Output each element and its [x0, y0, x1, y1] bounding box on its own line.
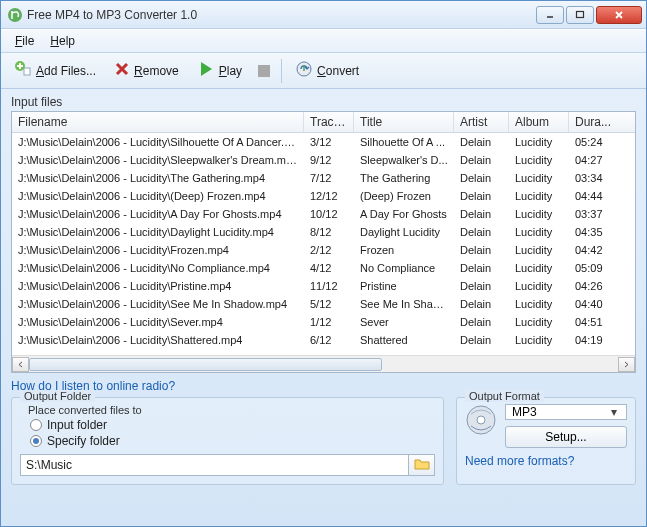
table-cell: 4/12 — [304, 261, 354, 275]
remove-icon — [114, 61, 130, 80]
table-row[interactable]: J:\Music\Delain\2006 - Lucidity\A Day Fo… — [12, 205, 635, 223]
setup-label: Setup... — [545, 430, 586, 444]
table-body: J:\Music\Delain\2006 - Lucidity\Silhouet… — [12, 133, 635, 355]
format-selected: MP3 — [512, 405, 537, 419]
table-cell: J:\Music\Delain\2006 - Lucidity\Daylight… — [12, 225, 304, 239]
col-track[interactable]: Track # — [304, 112, 354, 132]
scroll-thumb[interactable] — [29, 358, 382, 371]
table-cell: Lucidity — [509, 189, 569, 203]
table-row[interactable]: J:\Music\Delain\2006 - Lucidity\Daylight… — [12, 223, 635, 241]
table-cell: J:\Music\Delain\2006 - Lucidity\See Me I… — [12, 297, 304, 311]
table-row[interactable]: J:\Music\Delain\2006 - Lucidity\The Gath… — [12, 169, 635, 187]
table-row[interactable]: J:\Music\Delain\2006 - Lucidity\(Deep) F… — [12, 187, 635, 205]
table-cell: 04:42 — [569, 243, 619, 257]
browse-button[interactable] — [409, 454, 435, 476]
table-cell: 11/12 — [304, 279, 354, 293]
input-files-label: Input files — [11, 95, 636, 109]
table-row[interactable]: J:\Music\Delain\2006 - Lucidity\No Compl… — [12, 259, 635, 277]
input-files-table[interactable]: Filename Track # Title Artist Album Dura… — [11, 111, 636, 373]
play-button[interactable]: Play — [190, 57, 249, 85]
table-cell: 05:09 — [569, 261, 619, 275]
content-area: Input files Filename Track # Title Artis… — [1, 89, 646, 526]
table-row[interactable]: J:\Music\Delain\2006 - Lucidity\Sleepwal… — [12, 151, 635, 169]
table-cell: 04:26 — [569, 279, 619, 293]
play-label: Play — [219, 64, 242, 78]
table-row[interactable]: J:\Music\Delain\2006 - Lucidity\Frozen.m… — [12, 241, 635, 259]
minimize-button[interactable] — [536, 6, 564, 24]
table-cell: J:\Music\Delain\2006 - Lucidity\Frozen.m… — [12, 243, 304, 257]
table-cell: 6/12 — [304, 333, 354, 347]
table-row[interactable]: J:\Music\Delain\2006 - Lucidity\Shattere… — [12, 331, 635, 349]
table-row[interactable]: J:\Music\Delain\2006 - Lucidity\Sever.mp… — [12, 313, 635, 331]
place-converted-label: Place converted files to — [28, 404, 435, 416]
table-cell: J:\Music\Delain\2006 - Lucidity\A Day Fo… — [12, 207, 304, 221]
scroll-track[interactable] — [29, 357, 618, 372]
table-cell: 03:34 — [569, 171, 619, 185]
remove-button[interactable]: Remove — [107, 57, 186, 85]
more-formats-link[interactable]: Need more formats? — [465, 454, 627, 468]
maximize-button[interactable] — [566, 6, 594, 24]
format-controls: MP3 ▾ Setup... — [505, 404, 627, 448]
table-cell: Delain — [454, 243, 509, 257]
table-cell: Delain — [454, 189, 509, 203]
table-cell: 10/12 — [304, 207, 354, 221]
col-title[interactable]: Title — [354, 112, 454, 132]
scroll-left-button[interactable] — [12, 357, 29, 372]
table-cell: Lucidity — [509, 315, 569, 329]
radio-input-folder[interactable]: Input folder — [30, 418, 435, 432]
format-row: MP3 ▾ Setup... — [465, 404, 627, 448]
scroll-right-button[interactable] — [618, 357, 635, 372]
table-cell: Pristine — [354, 279, 454, 293]
titlebar[interactable]: Free MP4 to MP3 Converter 1.0 — [1, 1, 646, 29]
svg-rect-4 — [24, 68, 30, 75]
table-cell: Frozen — [354, 243, 454, 257]
add-files-button[interactable]: Add Files... — [7, 57, 103, 85]
menu-help[interactable]: Help — [42, 31, 83, 51]
table-cell: Delain — [454, 225, 509, 239]
col-duration[interactable]: Dura... — [569, 112, 619, 132]
table-cell: Delain — [454, 261, 509, 275]
horizontal-scrollbar[interactable] — [12, 355, 635, 372]
table-row[interactable]: J:\Music\Delain\2006 - Lucidity\Silhouet… — [12, 133, 635, 151]
col-artist[interactable]: Artist — [454, 112, 509, 132]
table-cell: Delain — [454, 333, 509, 347]
table-cell: Shattered — [354, 333, 454, 347]
table-row[interactable]: J:\Music\Delain\2006 - Lucidity\See Me I… — [12, 295, 635, 313]
table-cell: 12/12 — [304, 189, 354, 203]
table-cell: J:\Music\Delain\2006 - Lucidity\Sleepwal… — [12, 153, 304, 167]
svg-point-7 — [477, 416, 485, 424]
radio-specify-folder-label: Specify folder — [47, 434, 120, 448]
col-album[interactable]: Album — [509, 112, 569, 132]
svg-rect-2 — [577, 11, 584, 17]
table-cell: 04:27 — [569, 153, 619, 167]
setup-button[interactable]: Setup... — [505, 426, 627, 448]
table-cell: 03:37 — [569, 207, 619, 221]
bottom-row: Output Folder Place converted files to I… — [11, 397, 636, 485]
table-cell: 04:44 — [569, 189, 619, 203]
table-cell: Lucidity — [509, 243, 569, 257]
convert-button[interactable]: Convert — [288, 57, 366, 85]
radio-specify-folder[interactable]: Specify folder — [30, 434, 435, 448]
window-controls — [536, 6, 642, 24]
table-cell: 3/12 — [304, 135, 354, 149]
toolbar: Add Files... Remove Play Convert — [1, 53, 646, 89]
table-cell: Delain — [454, 207, 509, 221]
table-cell: J:\Music\Delain\2006 - Lucidity\Silhouet… — [12, 135, 304, 149]
chevron-down-icon: ▾ — [606, 405, 622, 419]
stop-button[interactable] — [253, 57, 275, 85]
close-button[interactable] — [596, 6, 642, 24]
table-cell: Delain — [454, 171, 509, 185]
table-cell: 2/12 — [304, 243, 354, 257]
output-format-legend: Output Format — [465, 390, 544, 402]
col-filename[interactable]: Filename — [12, 112, 304, 132]
format-select[interactable]: MP3 ▾ — [505, 404, 627, 420]
table-cell: Lucidity — [509, 171, 569, 185]
table-row[interactable]: J:\Music\Delain\2006 - Lucidity\Pristine… — [12, 277, 635, 295]
radio-icon — [30, 419, 42, 431]
menu-help-rest: elp — [59, 34, 75, 48]
menu-file[interactable]: File — [7, 31, 42, 51]
table-cell: J:\Music\Delain\2006 - Lucidity\Pristine… — [12, 279, 304, 293]
table-cell: J:\Music\Delain\2006 - Lucidity\Shattere… — [12, 333, 304, 347]
play-icon — [197, 60, 215, 81]
output-path-input[interactable] — [20, 454, 409, 476]
